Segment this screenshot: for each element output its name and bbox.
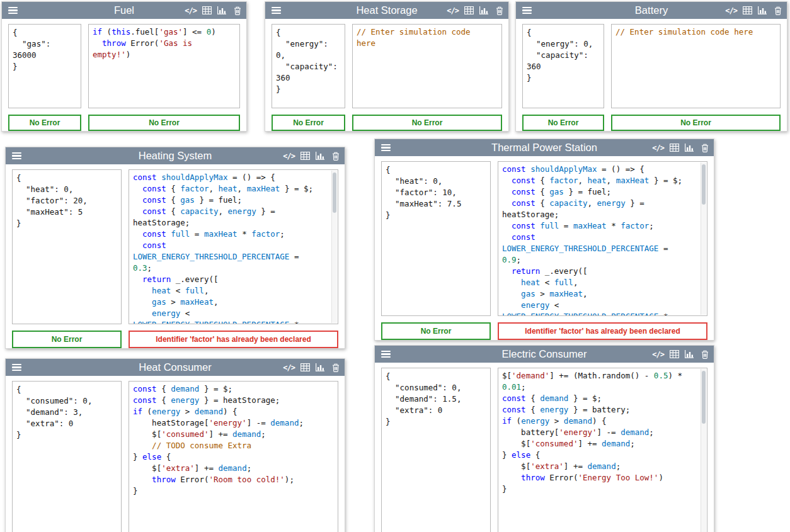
chart-view-icon[interactable]: [316, 152, 324, 160]
code-status: No Error: [88, 115, 240, 131]
header-icons: </>: [725, 2, 782, 19]
panel-electric-consumer: Electric Consumer </> { "consumed": 0, "…: [374, 345, 714, 532]
code-view-icon[interactable]: </>: [283, 363, 295, 372]
code-text: // Enter simulation code here: [612, 25, 780, 40]
panel-heating-system: Heating System </> { "heat": 0, "factor"…: [5, 147, 345, 349]
state-status: No Error: [8, 115, 81, 131]
panel-body: { "energy": 0, "capacity": 360 } // Ente…: [516, 19, 787, 108]
table-view-icon[interactable]: [464, 6, 474, 14]
code-text: const shouldApplyMax = () => { const { f…: [129, 170, 338, 324]
code-editor[interactable]: if (this.fuel['gas'] <= 0) throw Error('…: [88, 24, 240, 108]
delete-icon[interactable]: [332, 152, 340, 161]
code-status: Identifier 'factor' has already been dec…: [498, 322, 707, 340]
status-row: No Error No Error: [2, 115, 246, 131]
scrollbar-thumb[interactable]: [333, 173, 336, 213]
delete-icon[interactable]: [332, 363, 340, 372]
panel-header: Fuel </>: [2, 2, 246, 19]
chart-view-icon[interactable]: [758, 6, 767, 14]
code-view-icon[interactable]: </>: [283, 152, 295, 161]
code-text: $['demand'] += (Math.random() - 0.5) * 0…: [498, 368, 707, 497]
chart-view-icon[interactable]: [685, 144, 694, 152]
code-view-icon[interactable]: </>: [447, 6, 459, 15]
code-editor[interactable]: const shouldApplyMax = () => { const { f…: [498, 161, 707, 316]
panel-header: Heat Consumer </>: [6, 359, 345, 376]
code-view-icon[interactable]: </>: [652, 144, 664, 152]
panel-heat-consumer: Heat Consumer </> { "consumed": 0, "dema…: [5, 358, 345, 532]
header-icons: </>: [447, 2, 503, 19]
chart-view-icon[interactable]: [316, 363, 324, 371]
chart-view-icon[interactable]: [217, 6, 226, 14]
state-editor[interactable]: { "consumed": 0, "demand": 1.5, "extra":…: [381, 368, 491, 532]
scrollbar[interactable]: [701, 162, 706, 315]
table-view-icon[interactable]: [670, 350, 679, 358]
table-view-icon[interactable]: [670, 144, 679, 152]
status-row: No Error No Error: [516, 115, 787, 131]
code-view-icon[interactable]: </>: [652, 350, 664, 359]
code-text: const { demand } = $; const { energy } =…: [129, 382, 338, 499]
panel-body: { "heat": 0, "factor": 10, "maxHeat": 7.…: [375, 156, 714, 316]
table-view-icon[interactable]: [301, 363, 310, 371]
menu-icon[interactable]: [8, 7, 18, 14]
menu-icon[interactable]: [272, 7, 281, 14]
state-editor[interactable]: { "gas": 36000 }: [8, 24, 81, 108]
panel-header: Heat Storage </>: [265, 2, 508, 19]
menu-icon[interactable]: [381, 351, 391, 358]
table-view-icon[interactable]: [202, 6, 212, 14]
delete-icon[interactable]: [496, 6, 503, 15]
panel-battery: Battery </> { "energy": 0, "capacity": 3…: [515, 1, 787, 132]
panel-body: { "consumed": 0, "demand": 1.5, "extra":…: [375, 363, 714, 532]
state-editor[interactable]: { "heat": 0, "factor": 10, "maxHeat": 7.…: [381, 161, 491, 316]
code-editor[interactable]: const shouldApplyMax = () => { const { f…: [129, 169, 338, 324]
code-editor[interactable]: $['demand'] += (Math.random() - 0.5) * 0…: [498, 368, 707, 532]
header-icons: </>: [283, 147, 340, 164]
panel-body: { "energy": 0, "capacity": 360 } // Ente…: [265, 19, 508, 108]
delete-icon[interactable]: [701, 350, 709, 359]
scrollbar[interactable]: [701, 369, 706, 532]
panel-header: Battery </>: [516, 2, 787, 19]
menu-icon[interactable]: [522, 7, 532, 14]
state-status: No Error: [12, 331, 122, 348]
table-view-icon[interactable]: [301, 152, 310, 160]
code-status: No Error: [352, 115, 502, 131]
scrollbar-thumb[interactable]: [702, 371, 706, 424]
scrollbar[interactable]: [331, 171, 337, 323]
code-text: const shouldApplyMax = () => { const { f…: [498, 162, 707, 316]
state-editor[interactable]: { "energy": 0, "capacity": 360 }: [522, 24, 604, 108]
delete-icon[interactable]: [774, 6, 782, 15]
status-row: No Error No Error: [265, 115, 508, 131]
menu-icon[interactable]: [12, 152, 21, 160]
code-view-icon[interactable]: </>: [725, 6, 737, 15]
panel-body: { "gas": 36000 } if (this.fuel['gas'] <=…: [2, 19, 246, 108]
table-view-icon[interactable]: [743, 6, 752, 14]
chart-view-icon[interactable]: [685, 350, 694, 358]
status-row: No Error Identifier 'factor' has already…: [375, 322, 714, 340]
state-status: No Error: [272, 115, 345, 131]
header-icons: </>: [185, 2, 241, 19]
code-editor[interactable]: const { demand } = $; const { energy } =…: [129, 381, 338, 532]
menu-icon[interactable]: [381, 144, 391, 152]
code-status: Identifier 'factor' has already been dec…: [129, 331, 338, 348]
menu-icon[interactable]: [12, 364, 21, 371]
state-status: No Error: [381, 322, 491, 340]
state-editor[interactable]: { "heat": 0, "factor": 20, "maxHeat": 5 …: [12, 169, 122, 324]
simulation-board: Fuel </> { "gas": 36000 } if (this.fuel[…: [0, 0, 790, 532]
status-row: No Error Identifier 'factor' has already…: [6, 331, 345, 348]
code-view-icon[interactable]: </>: [185, 6, 197, 15]
code-editor[interactable]: // Enter simulation code here: [352, 24, 502, 108]
code-text: // Enter simulation code here: [353, 25, 501, 51]
state-editor[interactable]: { "energy": 0, "capacity": 360 }: [272, 24, 345, 108]
delete-icon[interactable]: [234, 6, 241, 15]
header-icons: </>: [652, 346, 709, 363]
panel-body: { "consumed": 0, "demand": 3, "extra": 0…: [6, 376, 345, 532]
panel-header: Heating System </>: [6, 147, 345, 164]
chart-view-icon[interactable]: [479, 6, 488, 14]
state-editor[interactable]: { "consumed": 0, "demand": 3, "extra": 0…: [12, 381, 122, 532]
scrollbar-thumb[interactable]: [702, 164, 706, 205]
panel-heat-storage: Heat Storage </> { "energy": 0, "capacit…: [265, 1, 509, 132]
panel-fuel: Fuel </> { "gas": 36000 } if (this.fuel[…: [1, 1, 247, 132]
delete-icon[interactable]: [701, 144, 709, 152]
panel-thermal-power-station: Thermal Power Station </> { "heat": 0, "…: [374, 139, 714, 341]
code-editor[interactable]: // Enter simulation code here: [611, 24, 781, 108]
panel-header: Electric Consumer </>: [375, 346, 714, 363]
state-status: No Error: [522, 115, 604, 131]
